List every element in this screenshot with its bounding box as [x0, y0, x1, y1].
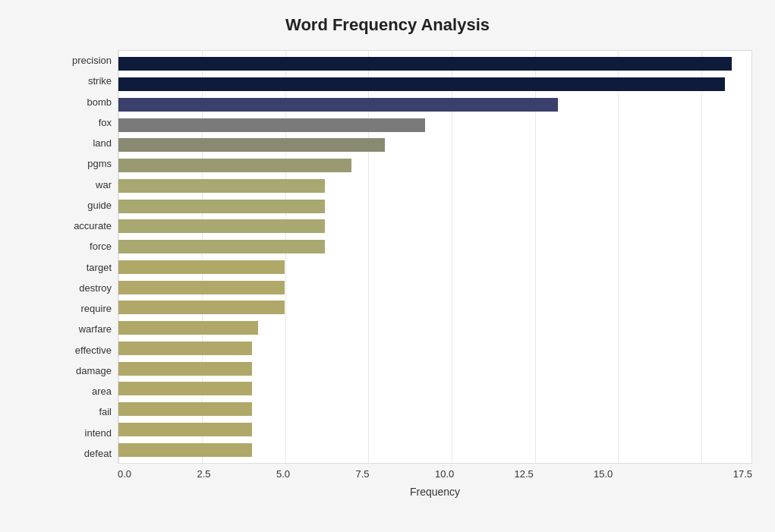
y-label: damage [76, 360, 112, 381]
chart-title: Word Frequency Analysis [61, 15, 752, 35]
bar-row [118, 277, 751, 297]
bar [118, 159, 351, 172]
y-label: area [92, 381, 112, 401]
bar-row [118, 358, 751, 379]
bar [118, 219, 325, 233]
y-label: strike [88, 71, 112, 91]
bar [118, 118, 425, 132]
x-axis-label: Frequency [118, 486, 752, 498]
bar-row [118, 74, 751, 95]
bar-row [118, 399, 751, 420]
y-label: defeat [84, 443, 112, 464]
bar [118, 321, 258, 335]
bar [118, 260, 285, 274]
y-label: guide [87, 195, 112, 216]
bar [118, 342, 252, 355]
x-tick: 5.0 [276, 468, 356, 480]
x-axis: 0.02.55.07.510.012.515.017.5 [118, 464, 752, 480]
chart-container: Word Frequency Analysis precisionstrikeb… [0, 0, 775, 532]
bar-row [118, 115, 751, 135]
bar-row [118, 95, 751, 115]
y-label: require [81, 298, 112, 319]
bar [118, 281, 285, 294]
bar-row [118, 297, 751, 318]
bar-row [118, 156, 751, 176]
bar [118, 138, 385, 152]
bar-row [118, 196, 751, 216]
x-tick: 15.0 [594, 468, 673, 480]
bar-row [118, 257, 751, 278]
x-tick: 12.5 [515, 468, 594, 480]
y-label: fox [99, 112, 112, 133]
bar-row [118, 135, 751, 156]
bar-row [118, 439, 751, 460]
x-tick: 17.5 [673, 468, 753, 480]
bar [118, 179, 325, 193]
bar [118, 301, 285, 314]
bar [118, 240, 325, 253]
bar [118, 77, 725, 91]
bar-row [118, 379, 751, 399]
y-label: force [90, 236, 112, 257]
x-tick: 2.5 [197, 468, 277, 480]
bar-row [118, 176, 751, 197]
bar [118, 362, 252, 376]
bar-row [118, 216, 751, 237]
y-label: fail [99, 401, 112, 422]
y-label: land [93, 133, 112, 153]
bar [118, 200, 325, 213]
x-tick: 10.0 [435, 468, 515, 480]
bar [118, 402, 252, 416]
y-label: destroy [79, 278, 112, 298]
bar-row [118, 237, 751, 257]
bar-row [118, 54, 751, 74]
bar-row [118, 420, 751, 440]
y-label: precision [72, 50, 112, 71]
bar [118, 98, 558, 112]
bar [118, 57, 732, 71]
y-label: accurate [74, 216, 112, 236]
chart-area: precisionstrikebombfoxlandpgmswarguideac… [61, 50, 752, 464]
y-label: target [87, 257, 112, 278]
y-label: effective [75, 340, 112, 360]
bar [118, 382, 252, 395]
bar [118, 423, 252, 436]
x-tick: 0.0 [118, 468, 197, 480]
bar [118, 443, 252, 457]
x-tick: 7.5 [356, 468, 436, 480]
y-label: warfare [79, 319, 112, 339]
y-label: intend [85, 423, 112, 443]
bars-wrapper [118, 51, 751, 463]
y-label: pgms [87, 153, 112, 174]
y-label: bomb [87, 92, 112, 112]
bar-row [118, 338, 751, 359]
bar-row [118, 318, 751, 338]
plot-area [118, 50, 752, 464]
y-label: war [96, 175, 112, 195]
y-labels: precisionstrikebombfoxlandpgmswarguideac… [61, 50, 118, 464]
